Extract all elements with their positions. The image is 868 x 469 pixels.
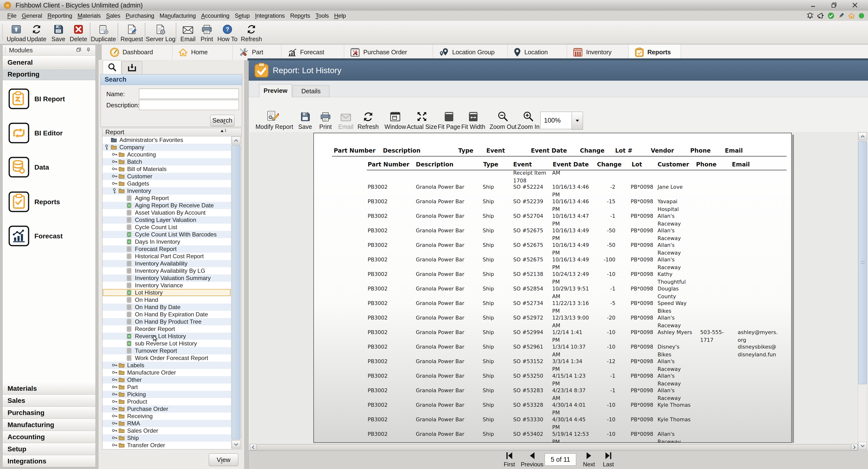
- tree-scroll-up-button[interactable]: [232, 136, 241, 145]
- preview-scroll-up-button[interactable]: [858, 132, 867, 140]
- tree-item-reorder-report[interactable]: Reorder Report: [102, 325, 231, 333]
- next-page-button[interactable]: Next: [581, 451, 597, 468]
- tree-item-gadgets[interactable]: Gadgets: [102, 180, 231, 187]
- module-tab-location-group[interactable]: Location Group: [433, 44, 507, 60]
- module-tab-part[interactable]: Part: [233, 44, 281, 60]
- tree-collapse-handle[interactable]: [112, 188, 117, 194]
- module-tab-location[interactable]: Location: [508, 44, 567, 60]
- module-tab-forecast[interactable]: Forecast: [282, 44, 344, 60]
- tree-expand-handle[interactable]: [112, 435, 118, 440]
- menu-reports[interactable]: Reports: [287, 11, 313, 21]
- tab-details[interactable]: Details: [292, 85, 330, 97]
- menu-accounting[interactable]: Accounting: [198, 11, 232, 21]
- tree-item-customer[interactable]: Customer: [102, 173, 231, 180]
- menu-setup[interactable]: Setup: [232, 11, 252, 21]
- close-button[interactable]: [850, 1, 860, 9]
- module-section-reporting[interactable]: Reporting: [3, 68, 95, 80]
- import-tab[interactable]: [122, 61, 143, 74]
- tree-item-inventory-variance[interactable]: Inventory Variance: [102, 282, 231, 289]
- tree-item-inventory[interactable]: Inventory: [102, 187, 231, 194]
- tree-item-manufacture-order[interactable]: Manufacture Order: [102, 369, 231, 376]
- tree-item-inventory-availability-by-lg[interactable]: Inventory Availability By LG: [102, 267, 231, 275]
- tree-scroll-down-button[interactable]: [232, 440, 241, 448]
- server-log-button[interactable]: Server Log: [146, 22, 175, 43]
- tree-item-other[interactable]: Other: [102, 376, 231, 383]
- menu-integrations[interactable]: Integrations: [252, 11, 287, 21]
- tree-item-picking[interactable]: Picking: [102, 391, 231, 398]
- tree-item-inventory-availability[interactable]: Inventory Availability: [102, 260, 231, 267]
- tree-expand-handle[interactable]: [112, 399, 118, 404]
- tree-item-ship[interactable]: Ship: [102, 434, 231, 442]
- module-tab-home[interactable]: Home: [173, 44, 233, 60]
- menu-reporting[interactable]: Reporting: [45, 11, 75, 21]
- tree-item-receiving[interactable]: Receiving: [102, 412, 231, 420]
- menu-purchasing[interactable]: Purchasing: [123, 11, 157, 21]
- preview-scroll-down-button[interactable]: [858, 442, 867, 450]
- tree-scroll-thumb[interactable]: [232, 145, 241, 439]
- tree-item-bill-of-materials[interactable]: Bill of Materials: [102, 165, 231, 173]
- tree-item-cycle-count-list[interactable]: Cycle Count List: [102, 224, 231, 231]
- menu-general[interactable]: General: [19, 11, 45, 21]
- tree-expand-handle[interactable]: [112, 428, 118, 433]
- update-button[interactable]: Update: [26, 22, 47, 43]
- sidebar-item-data[interactable]: Data: [8, 156, 91, 178]
- tree-item-sales-order[interactable]: Sales Order: [102, 427, 231, 434]
- restore-button[interactable]: [829, 1, 839, 9]
- tree-item-transfer-order[interactable]: Transfer Order: [102, 442, 231, 449]
- tree-item-on-hand-by-expiration-date[interactable]: On Hand By Expiration Date: [102, 311, 231, 318]
- tree-expand-handle[interactable]: [112, 174, 118, 179]
- tree-item-historical-part-cost-report[interactable]: Historical Part Cost Report: [102, 253, 231, 260]
- menu-tools[interactable]: Tools: [313, 11, 332, 21]
- tree-expand-handle[interactable]: [112, 413, 118, 418]
- pin-icon[interactable]: [87, 47, 90, 53]
- tree-expand-handle[interactable]: [112, 406, 118, 411]
- preview-scroll-thumb[interactable]: [858, 141, 867, 384]
- tree-expand-handle[interactable]: [112, 181, 118, 186]
- preview-hscroll-thumb[interactable]: [256, 444, 851, 450]
- tree-item-labels[interactable]: Labels: [102, 362, 231, 369]
- tree-item-days-in-inventory[interactable]: Days In Inventory: [102, 238, 231, 245]
- tree-item-product[interactable]: Product: [102, 398, 231, 405]
- module-section-integrations[interactable]: Integrations: [3, 455, 95, 467]
- request-button[interactable]: Request: [120, 22, 144, 43]
- float-icon[interactable]: [76, 47, 82, 52]
- tree-expand-handle[interactable]: [112, 363, 118, 368]
- tree-item-on-hand-by-product-tree[interactable]: On Hand By Product Tree: [102, 318, 231, 325]
- last-page-button[interactable]: Last: [600, 451, 616, 468]
- tree-expand-handle[interactable]: [112, 370, 118, 375]
- module-section-accounting[interactable]: Accounting: [3, 431, 95, 443]
- tree-item-asset-valuation-by-account[interactable]: Asset Valuation By Account: [102, 209, 231, 216]
- module-tab-reports[interactable]: Reports: [629, 44, 681, 60]
- tree-expand-handle[interactable]: [112, 166, 118, 171]
- tree-item-costing-layer-valuation[interactable]: Costing Layer Valuation: [102, 216, 231, 224]
- tree-item-sub-reverse-lot-history[interactable]: sub Reverse Lot History: [102, 340, 231, 347]
- minimize-button[interactable]: [808, 1, 818, 9]
- tree-expand-handle[interactable]: [112, 152, 118, 157]
- tree-item-part[interactable]: Part: [102, 383, 231, 391]
- search-tab[interactable]: [103, 60, 121, 74]
- tree-expand-handle[interactable]: [112, 442, 118, 448]
- tab-preview[interactable]: Preview: [259, 84, 292, 97]
- save-button[interactable]: Save: [48, 22, 69, 43]
- module-section-sales[interactable]: Sales: [3, 395, 95, 407]
- sidebar-item-reports[interactable]: Reports: [8, 191, 91, 213]
- refresh-button[interactable]: Refresh: [240, 22, 263, 43]
- tree-item-on-hand[interactable]: On Hand: [102, 296, 231, 304]
- tree-expand-handle[interactable]: [112, 420, 118, 426]
- delete-button[interactable]: Delete: [68, 22, 89, 43]
- tree-item-aging-report[interactable]: Aging Report: [102, 194, 231, 202]
- email-button[interactable]: Email: [177, 22, 198, 43]
- search-button[interactable]: Search: [210, 115, 235, 126]
- tree-expand-handle[interactable]: [112, 377, 118, 382]
- tree-scrollbar[interactable]: [231, 136, 241, 449]
- menu-file[interactable]: File: [5, 11, 19, 21]
- tree-item-batch[interactable]: Batch: [102, 158, 231, 165]
- upload-button[interactable]: Upload: [6, 22, 27, 43]
- tree-item-lot-history[interactable]: Lot History: [102, 289, 231, 296]
- tree-item-cycle-count-list-with-barcodes[interactable]: Cycle Count List With Barcodes: [102, 231, 231, 238]
- tree-item-administrator-s-favorites[interactable]: Administrator's Favorites: [102, 136, 231, 144]
- sidebar-item-forecast[interactable]: Forecast: [8, 225, 91, 247]
- how-to-button[interactable]: ?How To: [216, 22, 239, 43]
- tree-item-purchase-order[interactable]: Purchase Order: [102, 405, 231, 412]
- menu-sales[interactable]: Sales: [103, 11, 123, 21]
